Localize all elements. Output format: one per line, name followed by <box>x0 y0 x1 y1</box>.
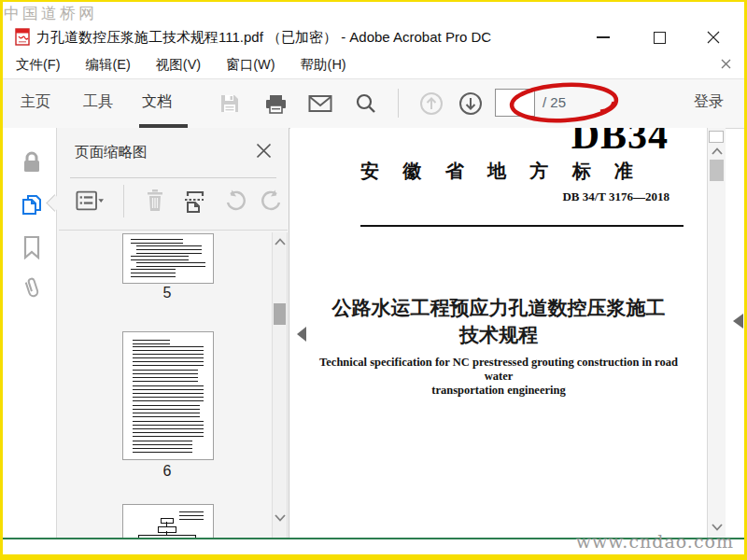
thumbnail-label-6: 6 <box>122 463 212 480</box>
trash-icon <box>145 189 165 213</box>
panel-toolbar-separator <box>123 185 124 217</box>
previous-page-button[interactable] <box>418 91 444 117</box>
maximize-button[interactable] <box>643 23 675 51</box>
page-thumbnails-button[interactable] <box>20 191 44 217</box>
thumbnails-scrollbar[interactable] <box>272 232 288 538</box>
rotate-clockwise-icon <box>260 189 284 213</box>
panel-divider <box>70 177 276 178</box>
panel-title: 页面缩略图 <box>75 143 148 162</box>
header-rule <box>360 225 684 227</box>
save-icon <box>218 92 241 115</box>
options-list-icon <box>76 189 104 212</box>
document-subtitle: Technical specification for NC prestress… <box>312 356 685 398</box>
chevron-up-icon <box>275 238 286 245</box>
attachments-button[interactable] <box>20 275 44 301</box>
scroll-down-button[interactable] <box>275 514 286 522</box>
email-button[interactable] <box>307 91 333 117</box>
doc-scroll-up-button[interactable] <box>712 147 723 155</box>
red-circle-annotation <box>507 80 621 125</box>
menu-window[interactable]: 窗口(W) <box>226 56 275 74</box>
thumbnails-scrollbar-thumb[interactable] <box>274 303 286 325</box>
main-toolbar: 主页 工具 文档 <box>3 79 744 129</box>
frame-top <box>0 0 747 2</box>
scrollbar-top-box <box>709 131 724 143</box>
search-button[interactable] <box>353 91 379 117</box>
window-title: 力孔道数控压浆施工技术规程111.pdf （已加密） - Adobe Acrob… <box>36 29 491 47</box>
frame-left <box>0 0 3 560</box>
menu-bar: 文件(F) 编辑(E) 视图(V) 窗口(W) 帮助(H) <box>3 51 744 79</box>
collapse-panel-handle[interactable] <box>297 327 306 342</box>
collapse-right-pane-handle[interactable] <box>733 314 743 329</box>
thumbnail-options-button[interactable] <box>76 186 104 216</box>
watermark-top-left: 中国道桥网 <box>4 3 97 24</box>
panel-close-icon <box>256 143 272 159</box>
page-thumbnails-icon <box>20 192 44 217</box>
rotate-right-button[interactable] <box>258 186 286 216</box>
thumbnail-page-6[interactable] <box>122 331 214 460</box>
close-icon <box>707 31 720 44</box>
standard-name: 安 徽 省 地 方 标 准 <box>360 159 633 184</box>
chevron-down-icon <box>275 514 286 522</box>
minimize-icon <box>597 36 610 38</box>
delete-pages-button[interactable] <box>141 186 169 216</box>
arrow-down-icon <box>458 91 483 116</box>
document-title: 公路水运工程预应力孔道数控压浆施工 技术规程 <box>312 294 685 348</box>
thumbnail-page-7[interactable] <box>122 504 214 538</box>
navigation-pane-strip <box>3 128 57 538</box>
bookmark-icon <box>21 235 42 259</box>
rotate-left-button[interactable] <box>221 186 249 216</box>
print-button[interactable] <box>262 91 289 117</box>
pdf-file-icon <box>15 28 31 46</box>
acrobat-window: { "watermarks": { "top_left": "中国道桥网", "… <box>0 0 747 560</box>
search-icon <box>355 92 377 115</box>
panel-close-button[interactable] <box>256 143 273 160</box>
menu-help[interactable]: 帮助(H) <box>301 56 346 74</box>
rotate-counterclockwise-icon <box>223 189 247 213</box>
menu-file[interactable]: 文件(F) <box>16 56 61 74</box>
chevron-down-icon <box>712 524 723 531</box>
minimize-button[interactable] <box>587 23 619 51</box>
chevron-up-icon <box>712 147 723 155</box>
save-button[interactable] <box>217 91 243 117</box>
tab-home[interactable]: 主页 <box>21 92 50 112</box>
tab-tools[interactable]: 工具 <box>83 92 113 112</box>
maximize-icon <box>654 32 666 44</box>
arrow-up-icon <box>419 91 444 116</box>
paperclip-icon <box>16 273 47 305</box>
panel-divider-2 <box>59 230 288 231</box>
standard-number: DB 34/T 3176—2018 <box>562 189 669 204</box>
tab-document[interactable]: 文档 <box>142 92 172 112</box>
close-button[interactable] <box>698 23 729 51</box>
print-icon <box>264 92 288 115</box>
watermark-bottom-right: www.cndao.com <box>576 531 734 552</box>
security-settings-button[interactable] <box>20 149 44 175</box>
doc-scroll-down-button[interactable] <box>712 524 723 531</box>
sign-in-button[interactable]: 登录 <box>694 92 724 112</box>
page-thumbnails-panel: 页面缩略图 <box>57 128 289 538</box>
standard-logo: DB34 <box>571 128 669 158</box>
thumbnail-label-5: 5 <box>122 285 212 301</box>
scroll-up-button[interactable] <box>275 238 286 245</box>
thumbnail-page-5[interactable] <box>122 233 214 284</box>
lock-icon <box>21 150 43 175</box>
menu-edit[interactable]: 编辑(E) <box>86 56 131 74</box>
insert-pages-icon <box>182 189 206 213</box>
toolbar-separator <box>398 89 399 118</box>
frame-bottom <box>0 554 747 560</box>
email-icon <box>308 94 332 113</box>
next-page-button[interactable] <box>458 91 484 117</box>
insert-pages-button[interactable] <box>180 186 208 216</box>
menubar-close-button[interactable] <box>721 59 731 69</box>
bookmarks-button[interactable] <box>20 234 44 260</box>
menu-view[interactable]: 视图(V) <box>156 56 201 74</box>
document-scrollbar[interactable] <box>707 128 726 538</box>
document-page: DB34 安 徽 省 地 方 标 准 DB 34/T 3176—2018 公路水… <box>290 128 707 538</box>
small-close-icon <box>721 59 731 69</box>
document-scrollbar-thumb[interactable] <box>710 160 724 181</box>
title-bar: 力孔道数控压浆施工技术规程111.pdf （已加密） - Adobe Acrob… <box>3 23 744 51</box>
